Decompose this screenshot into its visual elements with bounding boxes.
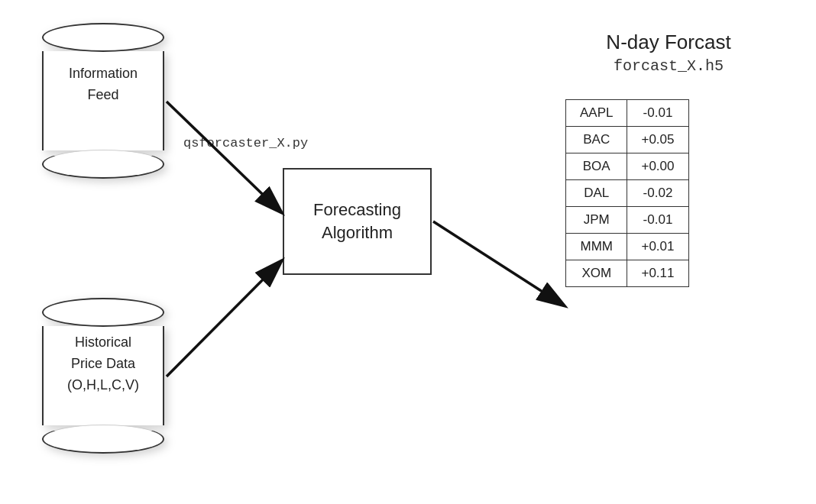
script-label: qsforcaster_X.py bbox=[183, 136, 308, 150]
forecast-row: BOA+0.00 bbox=[566, 153, 689, 180]
forecast-symbol: MMM bbox=[566, 234, 627, 260]
hist-label1: Historical bbox=[44, 334, 163, 351]
info-feed-label2: Feed bbox=[44, 86, 163, 104]
forecast-symbol: AAPL bbox=[566, 100, 627, 127]
forecast-title-line1: N-day Forcast bbox=[565, 31, 772, 54]
forecast-title: N-day Forcast forcast_X.h5 bbox=[565, 31, 772, 75]
hist-price-cylinder: Historical Price Data (O,H,L,C,V) bbox=[42, 298, 164, 454]
forecast-value: +0.05 bbox=[627, 127, 688, 153]
forecast-value: -0.01 bbox=[627, 100, 688, 127]
hist-label3: (O,H,L,C,V) bbox=[44, 376, 163, 394]
forecast-symbol: JPM bbox=[566, 207, 627, 234]
forecast-value: +0.11 bbox=[627, 260, 688, 287]
forecast-symbol: XOM bbox=[566, 260, 627, 287]
hist-label2: Price Data bbox=[44, 355, 163, 373]
forecast-row: BAC+0.05 bbox=[566, 127, 689, 153]
info-feed-cylinder: Information Feed bbox=[42, 23, 164, 179]
forecast-row: DAL-0.02 bbox=[566, 180, 689, 207]
forecast-row: MMM+0.01 bbox=[566, 234, 689, 260]
svg-line-3 bbox=[433, 221, 564, 305]
algorithm-label: Forecasting Algorithm bbox=[313, 199, 401, 244]
forecast-symbol: BAC bbox=[566, 127, 627, 153]
info-feed-label: Information bbox=[44, 65, 163, 82]
forecast-row: XOM+0.11 bbox=[566, 260, 689, 287]
forecast-value: +0.00 bbox=[627, 153, 688, 180]
forecast-table: AAPL-0.01BAC+0.05BOA+0.00DAL-0.02JPM-0.0… bbox=[565, 99, 689, 287]
svg-line-2 bbox=[167, 261, 281, 376]
forecast-value: +0.01 bbox=[627, 234, 688, 260]
forecast-row: JPM-0.01 bbox=[566, 207, 689, 234]
forecast-value: -0.01 bbox=[627, 207, 688, 234]
forecast-title-line2: forcast_X.h5 bbox=[565, 57, 772, 75]
svg-line-1 bbox=[167, 102, 281, 212]
forecast-value: -0.02 bbox=[627, 180, 688, 207]
forecast-symbol: BOA bbox=[566, 153, 627, 180]
diagram-container: Information Feed Historical Price Data (… bbox=[0, 0, 816, 504]
forecast-row: AAPL-0.01 bbox=[566, 100, 689, 127]
algorithm-box: Forecasting Algorithm bbox=[283, 168, 432, 275]
forecast-symbol: DAL bbox=[566, 180, 627, 207]
